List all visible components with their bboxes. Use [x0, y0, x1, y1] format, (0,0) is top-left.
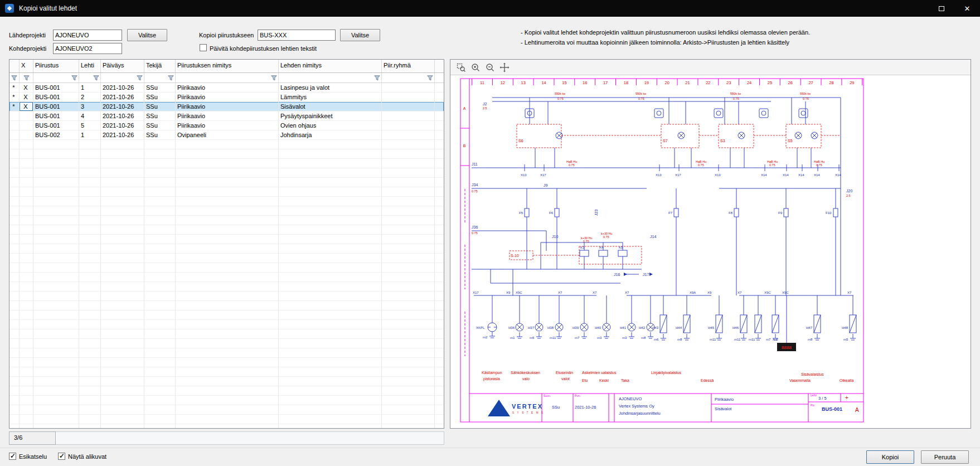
svg-text:m3: m3 [597, 336, 602, 339]
table-row[interactable] [9, 282, 444, 292]
table-row[interactable] [9, 216, 444, 225]
table-cell [176, 235, 279, 244]
table-row[interactable] [9, 206, 444, 216]
table-row[interactable] [9, 320, 444, 329]
table-row[interactable] [9, 301, 444, 310]
table-cell [20, 216, 33, 225]
maximize-button[interactable] [929, 0, 954, 17]
table-row[interactable] [9, 339, 444, 348]
table-row[interactable]: *XBUS-00122021-10-26SSuPiirikaavioLämmit… [9, 93, 444, 102]
zoom-in-icon[interactable] [469, 61, 482, 74]
table-row[interactable] [9, 396, 444, 405]
table-cell [79, 405, 101, 415]
svg-text:X9: X9 [506, 291, 511, 294]
column-filter[interactable] [9, 73, 20, 82]
table-cell [33, 273, 79, 282]
source-project-input[interactable] [53, 30, 122, 41]
table-row[interactable] [9, 405, 444, 415]
pan-icon[interactable] [498, 61, 511, 74]
svg-text:Edessä: Edessä [701, 378, 714, 382]
table-cell [382, 111, 435, 121]
column-filter[interactable] [79, 73, 101, 82]
table-row[interactable] [9, 348, 444, 358]
table-cell [33, 282, 79, 292]
select-drawing-button[interactable]: Valitse [340, 29, 380, 41]
show-subpictures-checkbox[interactable] [58, 453, 65, 460]
table-row[interactable] [9, 424, 444, 429]
window-title: Kopioi valitut lehdet [19, 4, 77, 12]
table-row[interactable] [9, 197, 444, 206]
table-row[interactable]: *XBUS-00132021-10-26SSuPiirikaavioSisäva… [9, 102, 444, 111]
table-row[interactable]: BUS-00212021-10-26SSuOvipaneeliJohdinsar… [9, 130, 444, 140]
table-row[interactable] [9, 168, 444, 178]
column-header[interactable]: Lehden nimitys [279, 60, 382, 72]
zoom-out-icon[interactable] [484, 61, 496, 74]
preview-checkbox[interactable] [9, 453, 16, 460]
horizontal-scrollbar[interactable] [56, 431, 444, 445]
table-row[interactable] [9, 292, 444, 301]
table-row[interactable] [9, 178, 444, 187]
svg-text:Sähkökeskuksen: Sähkökeskuksen [511, 371, 540, 375]
table-row[interactable] [9, 358, 444, 367]
table-filter-row [9, 73, 444, 83]
table-cell [279, 329, 382, 339]
table-cell [176, 367, 279, 377]
table-row[interactable]: BUS-00152021-10-26SSuPiirikaavioOvien oh… [9, 121, 444, 130]
svg-text:A-8: A-8 [773, 338, 778, 341]
table-row[interactable] [9, 386, 444, 396]
table-row[interactable] [9, 377, 444, 386]
table-cell [9, 396, 20, 405]
table-row[interactable] [9, 254, 444, 263]
copy-to-drawing-input[interactable] [258, 30, 336, 41]
column-header[interactable]: Piir.ryhmä [382, 60, 435, 72]
column-filter[interactable] [33, 73, 79, 82]
table-cell [9, 273, 20, 282]
table-row[interactable] [9, 310, 444, 320]
table-row[interactable] [9, 273, 444, 282]
table-row[interactable] [9, 140, 444, 149]
svg-text:VERTEX: VERTEX [512, 403, 543, 410]
close-button[interactable]: ✕ [954, 0, 980, 17]
zoom-window-icon[interactable] [455, 61, 467, 74]
column-header[interactable]: Lehti [79, 60, 101, 72]
table-cell [20, 235, 33, 244]
target-project-input[interactable] [53, 43, 122, 54]
table-row[interactable] [9, 367, 444, 377]
cancel-button[interactable]: Peruuta [921, 450, 969, 464]
table-row[interactable] [9, 263, 444, 273]
column-filter[interactable] [176, 73, 279, 82]
table-cell [279, 358, 382, 367]
table-row[interactable] [9, 159, 444, 168]
column-filter[interactable] [144, 73, 176, 82]
table-row[interactable] [9, 244, 444, 254]
column-header[interactable] [9, 60, 20, 72]
table-cell: 1 [79, 83, 101, 93]
copy-button[interactable]: Kopioi [866, 450, 914, 464]
column-header[interactable]: Piirustus [33, 60, 79, 72]
update-texts-checkbox[interactable] [200, 44, 207, 51]
column-header[interactable]: X [20, 60, 33, 72]
select-source-button[interactable]: Valitse [127, 29, 167, 41]
column-filter[interactable] [382, 73, 435, 82]
table-row[interactable] [9, 235, 444, 244]
table-row[interactable] [9, 329, 444, 339]
column-header[interactable]: Tekijä [144, 60, 176, 72]
column-header[interactable]: Päiväys [101, 60, 144, 72]
column-filter[interactable] [279, 73, 382, 82]
table-cell [382, 102, 435, 111]
table-row[interactable] [9, 149, 444, 159]
table-cell [33, 320, 79, 329]
svg-text:X14: X14 [761, 173, 767, 177]
svg-text:0.75: 0.75 [816, 163, 822, 167]
column-filter[interactable] [101, 73, 144, 82]
table-row[interactable] [9, 225, 444, 235]
column-header[interactable]: Piirustuksen nimitys [176, 60, 279, 72]
table-cell [33, 386, 79, 396]
table-row[interactable]: BUS-00142021-10-26SSuPiirikaavioPysäytys… [9, 111, 444, 121]
table-cell [33, 367, 79, 377]
table-row[interactable] [9, 187, 444, 197]
table-cell: * [9, 93, 20, 102]
table-row[interactable] [9, 415, 444, 424]
table-row[interactable]: *XBUS-00112021-10-26SSuPiirikaavioLasinp… [9, 83, 444, 93]
column-filter[interactable] [20, 73, 33, 82]
